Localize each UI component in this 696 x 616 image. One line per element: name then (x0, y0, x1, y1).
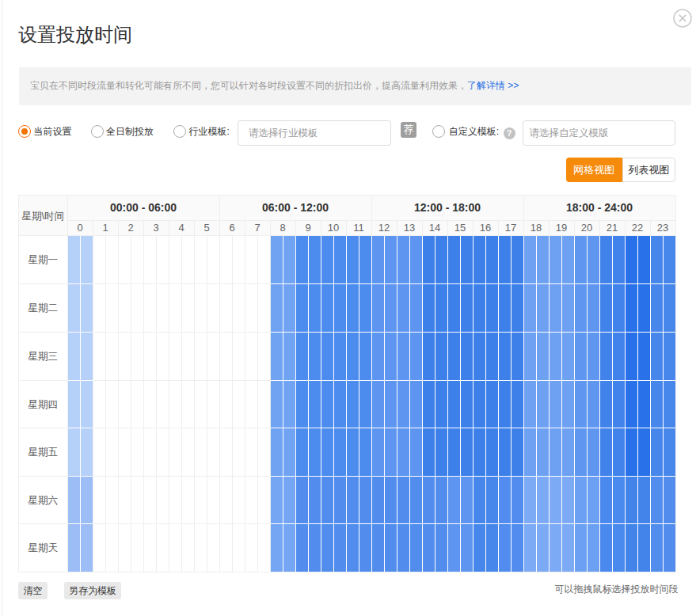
svg-text:4: 4 (178, 222, 184, 234)
svg-text:0: 0 (77, 222, 82, 234)
svg-text:星期六: 星期六 (29, 495, 59, 506)
svg-text:16: 16 (480, 222, 491, 234)
svg-text:星期三: 星期三 (29, 351, 59, 362)
svg-text:22: 22 (632, 222, 643, 234)
svg-text:10: 10 (328, 222, 339, 234)
svg-text:5: 5 (203, 222, 209, 234)
svg-text:6: 6 (229, 222, 234, 234)
svg-text:14: 14 (429, 222, 440, 234)
svg-text:1: 1 (102, 222, 108, 234)
svg-text:20: 20 (581, 222, 592, 234)
svg-text:星期\时间: 星期\时间 (22, 211, 64, 222)
svg-text:12: 12 (378, 222, 390, 234)
svg-text:21: 21 (607, 222, 618, 234)
svg-text:星期四: 星期四 (29, 399, 59, 410)
svg-text:星期一: 星期一 (29, 254, 59, 265)
svg-text:11: 11 (353, 222, 364, 234)
svg-text:00:00 - 06:00: 00:00 - 06:00 (110, 201, 177, 214)
svg-text:18:00 - 24:00: 18:00 - 24:00 (566, 201, 633, 214)
svg-text:2: 2 (127, 222, 133, 234)
svg-text:06:00 - 12:00: 06:00 - 12:00 (262, 201, 329, 214)
svg-text:8: 8 (280, 222, 285, 234)
svg-text:23: 23 (657, 222, 668, 234)
svg-text:19: 19 (556, 222, 567, 234)
svg-text:3: 3 (153, 222, 158, 234)
svg-text:星期五: 星期五 (29, 447, 59, 458)
svg-text:星期二: 星期二 (29, 302, 59, 314)
svg-text:18: 18 (531, 222, 542, 234)
svg-text:17: 17 (505, 222, 516, 234)
svg-text:7: 7 (254, 222, 260, 234)
svg-text:星期天: 星期天 (29, 542, 59, 553)
svg-text:13: 13 (404, 222, 415, 234)
svg-text:9: 9 (305, 222, 310, 234)
svg-text:12:00 - 18:00: 12:00 - 18:00 (414, 201, 481, 214)
svg-text:15: 15 (454, 222, 466, 234)
